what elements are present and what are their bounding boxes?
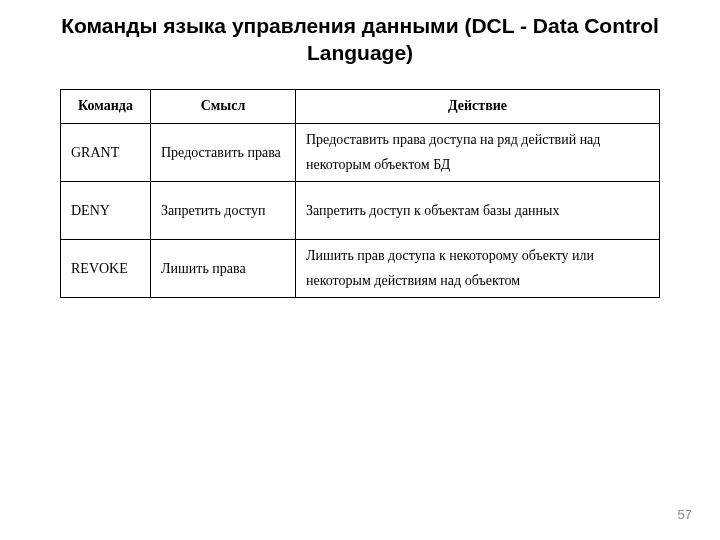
header-command: Команда: [61, 89, 151, 123]
cell-meaning: Лишить права: [151, 239, 296, 297]
dcl-commands-table: Команда Смысл Действие GRANT Предоставит…: [60, 89, 660, 298]
cell-action: Предоставить права доступа на ряд действ…: [296, 123, 660, 181]
cell-command: GRANT: [61, 123, 151, 181]
page-number: 57: [678, 507, 692, 522]
cell-action: Лишить прав доступа к некоторому объекту…: [296, 239, 660, 297]
table-container: Команда Смысл Действие GRANT Предоставит…: [0, 67, 720, 298]
table-row: GRANT Предоставить права Предоставить пр…: [61, 123, 660, 181]
table-row: REVOKE Лишить права Лишить прав доступа …: [61, 239, 660, 297]
cell-command: DENY: [61, 181, 151, 239]
cell-action: Запретить доступ к объектам базы данных: [296, 181, 660, 239]
table-row: DENY Запретить доступ Запретить доступ к…: [61, 181, 660, 239]
slide-title: Команды языка управления данными (DCL - …: [0, 0, 720, 67]
cell-meaning: Предоставить права: [151, 123, 296, 181]
cell-command: REVOKE: [61, 239, 151, 297]
header-meaning: Смысл: [151, 89, 296, 123]
header-action: Действие: [296, 89, 660, 123]
table-header-row: Команда Смысл Действие: [61, 89, 660, 123]
cell-meaning: Запретить доступ: [151, 181, 296, 239]
